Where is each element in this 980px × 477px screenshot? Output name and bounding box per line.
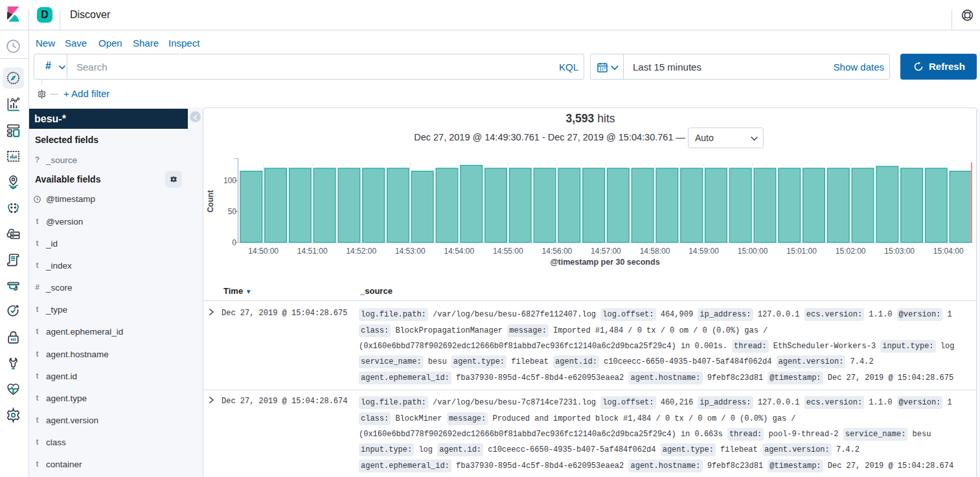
- svg-text:50: 50: [228, 207, 237, 216]
- svg-text:15:00:00: 15:00:00: [738, 247, 768, 256]
- svg-text:Count: Count: [206, 190, 215, 213]
- svg-text:0: 0: [232, 238, 236, 247]
- svg-text:14:53:00: 14:53:00: [395, 247, 426, 256]
- svg-text:100: 100: [223, 176, 236, 185]
- svg-text:15:01:00: 15:01:00: [786, 247, 817, 256]
- svg-text:14:57:00: 14:57:00: [591, 247, 621, 256]
- svg-text:14:54:00: 14:54:00: [444, 247, 474, 256]
- svg-text:15:03:00: 15:03:00: [884, 247, 915, 256]
- svg-text:14:58:00: 14:58:00: [640, 247, 670, 256]
- svg-text:14:52:00: 14:52:00: [346, 247, 376, 256]
- svg-text:14:51:00: 14:51:00: [297, 247, 328, 256]
- svg-text:14:55:00: 14:55:00: [493, 247, 523, 256]
- svg-text:14:59:00: 14:59:00: [689, 247, 719, 256]
- svg-text:@timestamp per 30 seconds: @timestamp per 30 seconds: [550, 258, 659, 267]
- svg-text:14:56:00: 14:56:00: [542, 247, 573, 256]
- svg-text:15:02:00: 15:02:00: [836, 247, 866, 256]
- svg-text:14:50:00: 14:50:00: [248, 247, 279, 256]
- svg-text:15:04:00: 15:04:00: [933, 247, 964, 256]
